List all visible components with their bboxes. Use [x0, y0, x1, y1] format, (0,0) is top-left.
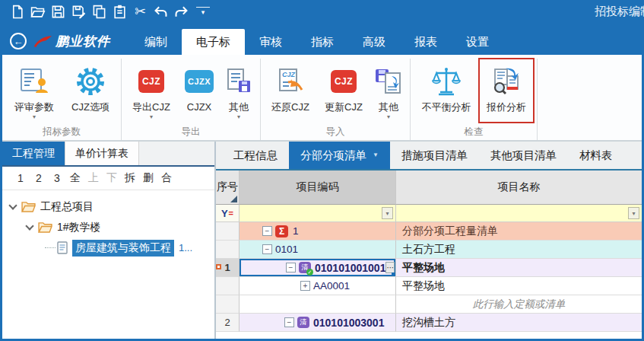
row-seq-cell[interactable] — [216, 241, 240, 259]
tab-zhibiao[interactable]: 指标 — [297, 29, 348, 55]
update-cjz-button[interactable]: CJZ 更新CJZ — [317, 59, 370, 123]
chevron-down-icon[interactable]: ▼ — [373, 142, 379, 169]
cjzx-blue-badge-icon: CJZX — [185, 62, 214, 101]
name-cell[interactable]: 分部分项工程量清单 — [396, 222, 642, 241]
open-folder-icon[interactable] — [27, 2, 48, 21]
save-as-icon[interactable] — [68, 2, 89, 21]
dropdown-arrow-icon[interactable]: ▾ — [150, 113, 153, 123]
restore-cjz-button[interactable]: CJZ 还原CJZ — [264, 59, 317, 123]
table-row-section[interactable]: − Σ 1 分部分项工程量清单 — [216, 222, 642, 241]
unbalance-analysis-button[interactable]: 不平衡分析 — [414, 59, 479, 123]
selected-cell[interactable]: − 清✓ 010101001001 ⋯ — [240, 259, 395, 276]
cut-icon[interactable]: ✂ — [130, 2, 151, 21]
tree-move-up-button[interactable]: 上 — [84, 171, 103, 185]
name-cell[interactable]: 挖沟槽土方 — [396, 314, 642, 332]
column-header-name[interactable]: 项目名称 — [396, 170, 642, 205]
collapse-toggle-icon[interactable]: − — [262, 244, 272, 254]
button-label: 导出CJZ — [132, 101, 170, 113]
expand-toggle-icon[interactable]: + — [300, 281, 310, 291]
back-button[interactable]: ← — [10, 33, 27, 49]
dropdown-arrow-icon[interactable]: ▾ — [237, 113, 240, 123]
chevron-down-icon[interactable] — [8, 201, 17, 209]
tab-project-manage[interactable]: 工程管理 — [2, 142, 65, 165]
name-cell[interactable]: 土石方工程 — [396, 241, 642, 259]
export-other-button[interactable]: 其他 ▾ — [220, 59, 257, 123]
nav-tabs: 编制 电子标 审核 指标 高级 报表 设置 — [130, 29, 503, 55]
tab-shenhe[interactable]: 审核 — [245, 29, 297, 55]
filter-code-cell[interactable]: ▾ — [240, 205, 396, 222]
copy-icon[interactable] — [89, 2, 109, 21]
row-seq-cell[interactable] — [216, 222, 240, 241]
tree-split-button[interactable]: 拆 — [121, 171, 139, 185]
code-cell-empty[interactable] — [240, 295, 396, 314]
tab-project-info[interactable]: 工程信息 — [222, 142, 289, 169]
filter-dropdown-icon[interactable]: ▾ — [382, 207, 393, 219]
doc-restore-icon: CJZ — [275, 62, 306, 101]
row-seq-cell[interactable]: 1 — [216, 259, 240, 277]
tab-materials[interactable]: 材料表 — [568, 142, 624, 169]
chevron-down-icon[interactable] — [25, 221, 33, 230]
export-cjz-button[interactable]: CJZ 导出CJZ ▾ — [125, 59, 178, 123]
tree-move-down-button[interactable]: 下 — [103, 171, 121, 185]
tree-delete-button[interactable]: 删 — [139, 171, 157, 185]
input-hint-text[interactable]: 此行输入定额或清单 — [396, 295, 642, 314]
dropdown-arrow-icon[interactable]: ▾ — [33, 113, 36, 123]
button-label: 其他 — [229, 101, 249, 113]
review-params-button[interactable]: 评审参数 ▾ — [5, 59, 63, 123]
ribbon-group-label: 招标参数 — [5, 125, 118, 140]
tab-bill-of-quantities[interactable]: 分部分项清单 ▼ — [289, 142, 390, 169]
row-seq-cell[interactable]: 2 — [216, 314, 240, 332]
tab-unit-price-sheet[interactable]: 单价计算表 — [65, 142, 139, 165]
table-row-item[interactable]: 2 − 清 010101003001 挖沟槽土方 — [216, 314, 642, 332]
tree-node-unit-project[interactable]: 房屋建筑与装饰工程 1... — [2, 237, 214, 258]
tab-measure-items[interactable]: 措施项目清单 — [390, 142, 479, 169]
save-icon[interactable] — [48, 2, 68, 21]
tab-shezhi[interactable]: 设置 — [452, 29, 503, 55]
column-header-seq[interactable]: 序号 — [216, 170, 240, 205]
ellipsis-button[interactable]: ⋯ — [385, 262, 395, 273]
import-other-button[interactable]: 其他 ▾ — [370, 59, 407, 123]
row-seq-cell[interactable] — [216, 277, 240, 295]
name-cell[interactable]: 平整场地 — [396, 259, 642, 277]
customize-toolbar-icon[interactable]: ▾ — [196, 7, 210, 16]
price-analysis-button[interactable]: 报价分析 — [479, 59, 534, 123]
app-window: ✂ ▾ 招投标编制 ← 鹏业软件 编制 电子标 审核 指标 高级 报表 设置 — [0, 0, 644, 341]
collapse-toggle-icon[interactable]: − — [284, 317, 294, 327]
button-label: 报价分析 — [487, 101, 526, 113]
cjzx-button[interactable]: CJZX CJZX — [178, 59, 220, 123]
tree-level-2-button[interactable]: 2 — [30, 172, 48, 184]
filter-name-cell[interactable]: ▾ — [396, 205, 642, 222]
tree-level-1-button[interactable]: 1 — [11, 172, 30, 184]
tab-baobiao[interactable]: 报表 — [400, 29, 452, 55]
ribbon-spacer — [538, 59, 642, 140]
undo-icon[interactable] — [151, 2, 171, 21]
redo-icon[interactable] — [171, 2, 192, 21]
balance-scale-icon — [430, 62, 462, 101]
table-row-input-hint[interactable]: 此行输入定额或清单 — [216, 295, 642, 314]
paste-icon[interactable] — [109, 2, 130, 21]
tree-expand-all-button[interactable]: 全 — [66, 171, 84, 185]
name-cell[interactable]: 平整场地 — [396, 277, 642, 295]
tab-dianzibiao[interactable]: 电子标 — [182, 29, 245, 55]
svg-text:CJZ: CJZ — [282, 71, 296, 78]
column-header-label: 项目名称 — [498, 180, 541, 194]
tree-merge-button[interactable]: 合 — [157, 171, 176, 185]
column-header-code[interactable]: 项目编码 — [240, 170, 396, 205]
tab-other-items[interactable]: 其他项目清单 — [479, 142, 568, 169]
table-row-item-selected[interactable]: 1 − 清✓ 010101001001 ⋯ 平整场地 — [216, 259, 642, 277]
tab-gaoji[interactable]: 高级 — [348, 29, 400, 55]
tree-level-3-button[interactable]: 3 — [48, 172, 66, 184]
select-all-corner-icon[interactable] — [230, 196, 237, 202]
row-seq-cell[interactable] — [216, 295, 240, 314]
collapse-toggle-icon[interactable]: − — [286, 263, 296, 272]
table-row-quota[interactable]: + AA0001 平整场地 — [216, 277, 642, 295]
collapse-toggle-icon[interactable]: − — [262, 226, 272, 236]
tree-node-root[interactable]: 工程总项目 — [2, 196, 214, 217]
tab-bianzhi[interactable]: 编制 — [130, 29, 182, 55]
cjz-options-button[interactable]: CJZ选项 — [63, 59, 118, 123]
table-row-chapter[interactable]: − 0101 土石方工程 — [216, 241, 642, 259]
tree-node-building[interactable]: 1#教学楼 — [2, 217, 214, 237]
dropdown-arrow-icon[interactable]: ▾ — [387, 113, 390, 123]
filter-dropdown-icon[interactable]: ▾ — [628, 207, 639, 219]
new-file-icon[interactable] — [7, 2, 27, 21]
